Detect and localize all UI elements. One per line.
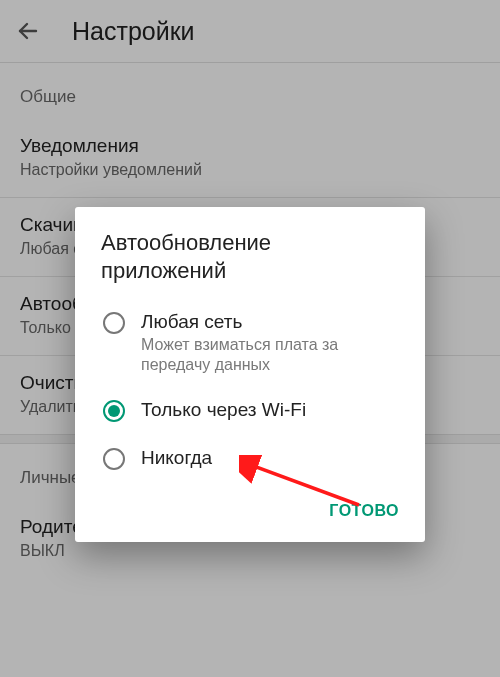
radio-icon bbox=[103, 312, 125, 334]
autoupdate-dialog: Автообновление приложений Любая сеть Мож… bbox=[75, 207, 425, 542]
option-wifi-only[interactable]: Только через Wi-Fi bbox=[75, 386, 425, 434]
option-never[interactable]: Никогда bbox=[75, 434, 425, 482]
option-any-network[interactable]: Любая сеть Может взиматься плата за пере… bbox=[75, 298, 425, 386]
done-button[interactable]: ГОТОВО bbox=[319, 494, 409, 528]
option-label: Только через Wi-Fi bbox=[141, 398, 403, 421]
option-label: Любая сеть bbox=[141, 310, 403, 333]
option-sub: Может взиматься плата за передачу данных bbox=[141, 335, 403, 374]
radio-icon bbox=[103, 400, 125, 422]
radio-icon bbox=[103, 448, 125, 470]
dialog-title: Автообновление приложений bbox=[75, 207, 425, 298]
option-label: Никогда bbox=[141, 446, 403, 469]
